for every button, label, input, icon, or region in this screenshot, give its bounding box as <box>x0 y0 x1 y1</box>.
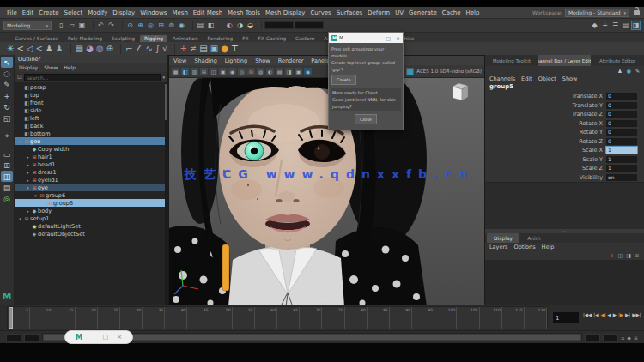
menu-item[interactable]: Help <box>464 9 483 16</box>
shelf-tool-icon[interactable] <box>172 44 175 54</box>
viewport-toolbar-icon[interactable]: ▥ <box>191 68 198 75</box>
outliner-item[interactable]: defaultLightSet <box>15 222 167 230</box>
dialog-title-bar[interactable]: M M... —□× <box>329 33 403 43</box>
viewport-menu-item[interactable]: Show <box>255 57 270 64</box>
window-control-icon[interactable]: × <box>117 334 122 341</box>
window-control-icon[interactable]: □ <box>103 334 109 341</box>
menu-item[interactable]: Mesh Tools <box>225 9 263 16</box>
window-control-icon[interactable]: — <box>375 35 380 41</box>
search-input[interactable] <box>24 74 161 81</box>
channel-box-menu-item[interactable]: Object <box>538 75 556 82</box>
layer-action-icon[interactable]: + <box>611 252 615 258</box>
shelf-tab[interactable]: Sculpting <box>107 35 139 42</box>
viewport-toolbar-icon[interactable]: ▦ <box>172 68 179 75</box>
menu-item[interactable]: Select <box>62 9 86 16</box>
shelf-tool-icon[interactable]: ▦ <box>76 45 83 53</box>
channel-box-menu-item[interactable]: Edit <box>521 75 532 82</box>
layer-action-icon[interactable]: ◨ <box>626 252 631 258</box>
menu-item[interactable]: UV <box>392 9 406 16</box>
channel-row[interactable]: Translate Y 0 <box>485 101 644 111</box>
expand-arrow-icon[interactable]: ▸ <box>25 208 31 214</box>
outliner-item[interactable]: ▾ eye <box>15 184 167 191</box>
outliner-item[interactable]: ▸ dress1 <box>15 168 167 176</box>
layout-button[interactable]: ◫ <box>1 171 13 182</box>
menu-item[interactable]: Mesh Display <box>263 9 307 16</box>
viewport-toolbar-icon[interactable]: ◧ <box>181 68 189 75</box>
layer-editor-tab[interactable]: Anim <box>520 233 547 243</box>
menu-item[interactable]: Mesh <box>169 9 190 16</box>
outliner-item[interactable]: ▾ group6 <box>15 191 167 199</box>
workspace-select[interactable]: Modeling - Standard ▾ <box>565 9 629 17</box>
shelf-tool-icon[interactable]: ▤ <box>199 45 207 53</box>
chevron-down-icon[interactable]: ▾ <box>162 75 165 80</box>
selected-object-name[interactable]: group5 <box>485 83 644 92</box>
viewport-toolbar-icon[interactable]: ◉ <box>228 68 236 75</box>
channel-box-menu-item[interactable]: Show <box>562 75 578 82</box>
layer-action-icon[interactable]: ◫ <box>618 252 623 258</box>
expand-arrow-icon[interactable]: ▸ <box>25 154 31 160</box>
shelf-tab[interactable]: Curves / Surfaces <box>10 35 63 42</box>
status-icon[interactable] <box>218 21 222 30</box>
tool-icon[interactable]: ↻ <box>1 101 13 112</box>
viewport-toolbar-icon[interactable]: ◎ <box>238 68 246 75</box>
shelf-tab[interactable]: Animation <box>168 35 203 42</box>
status-icon[interactable]: ◑ <box>235 21 245 30</box>
playback-button[interactable]: ◀ <box>608 312 611 317</box>
status-icon[interactable] <box>258 21 262 30</box>
status-icon[interactable]: ⊚ <box>167 21 176 30</box>
channel-value-field[interactable]: 0 <box>606 138 637 145</box>
time-slider[interactable]: 5 10 15 20 25 30 35 40 45 50 55 60 <box>0 305 644 330</box>
shelf-tool-icon[interactable]: ∫ <box>155 45 160 53</box>
status-icon[interactable] <box>295 21 324 29</box>
channel-row[interactable]: Rotate X 0 <box>485 119 644 129</box>
tool-icon[interactable]: ◌ <box>1 68 13 79</box>
status-icon[interactable]: ▯ <box>57 21 66 30</box>
playback-end-field[interactable] <box>585 334 600 341</box>
outliner-item[interactable]: defaultObjectSet <box>15 230 167 238</box>
timeline-playhead[interactable] <box>9 307 13 329</box>
shelf-tool-icon[interactable]: ⊤ <box>231 45 239 53</box>
status-icon[interactable] <box>189 21 193 30</box>
status-icon[interactable]: ▱ <box>67 21 76 30</box>
layer-menu-item[interactable]: Options <box>514 244 536 250</box>
outliner-item[interactable]: bottom <box>15 130 167 137</box>
shelf-tool-icon[interactable]: < <box>16 45 23 53</box>
status-icon[interactable]: ▣ <box>77 21 87 30</box>
channel-row[interactable]: Translate X 0 <box>485 92 644 101</box>
channel-row[interactable]: Rotate Z 0 <box>485 137 644 147</box>
outliner-item[interactable]: ▸ hair1 <box>15 153 167 160</box>
outliner-item[interactable]: ▸ body <box>15 207 167 214</box>
expand-arrow-icon[interactable]: ▾ <box>25 185 31 190</box>
channel-row[interactable]: Rotate Y 0 <box>485 128 644 137</box>
viewport-toolbar-icon[interactable]: ⊙ <box>247 68 255 75</box>
channel-value-field[interactable]: on <box>606 174 637 181</box>
viewport-menu-item[interactable]: Shading <box>194 57 216 64</box>
outliner-item[interactable]: front <box>15 99 167 106</box>
playback-button[interactable]: ▶| <box>625 312 630 317</box>
viewport-toolbar-icon[interactable]: ▣ <box>295 68 302 75</box>
layout-button[interactable]: ⊞ <box>1 160 13 171</box>
shelf-tool-icon[interactable]: ✳ <box>7 45 14 53</box>
outliner-item[interactable]: Copy width <box>15 145 167 153</box>
layer-action-icon[interactable]: ⊞ <box>635 252 639 258</box>
right-panel-tab[interactable]: Channel Box / Layer Editor <box>538 55 592 66</box>
status-icon[interactable]: ◐ <box>225 21 234 30</box>
menu-item[interactable]: Display <box>110 9 137 16</box>
viewport-menu-item[interactable]: Panels <box>311 57 329 64</box>
viewport-menu-item[interactable]: View <box>173 57 186 64</box>
expand-arrow-icon[interactable]: ▾ <box>17 139 23 144</box>
expand-arrow-icon[interactable]: ▸ <box>25 178 31 183</box>
channel-box-corner-icon[interactable]: ♟ <box>617 68 622 74</box>
tool-icon[interactable]: ✎ <box>1 79 13 90</box>
channel-box-menu-item[interactable]: Channels <box>489 75 515 82</box>
viewport-menu-item[interactable]: Renderer <box>278 57 304 64</box>
right-panel-tab[interactable]: Modeling Toolkit <box>485 55 538 66</box>
menu-item[interactable]: Edit Mesh <box>191 9 225 16</box>
outliner-item[interactable]: side <box>15 106 167 114</box>
scrollbar[interactable] <box>165 82 167 305</box>
status-icon[interactable]: ↶ <box>96 21 106 30</box>
shelf-tool-icon[interactable]: < <box>35 45 42 53</box>
status-icon[interactable]: ↷ <box>106 21 116 30</box>
shelf-tab[interactable]: Rendering <box>204 35 238 42</box>
shelf-tool-icon[interactable]: ◁ <box>27 45 33 53</box>
